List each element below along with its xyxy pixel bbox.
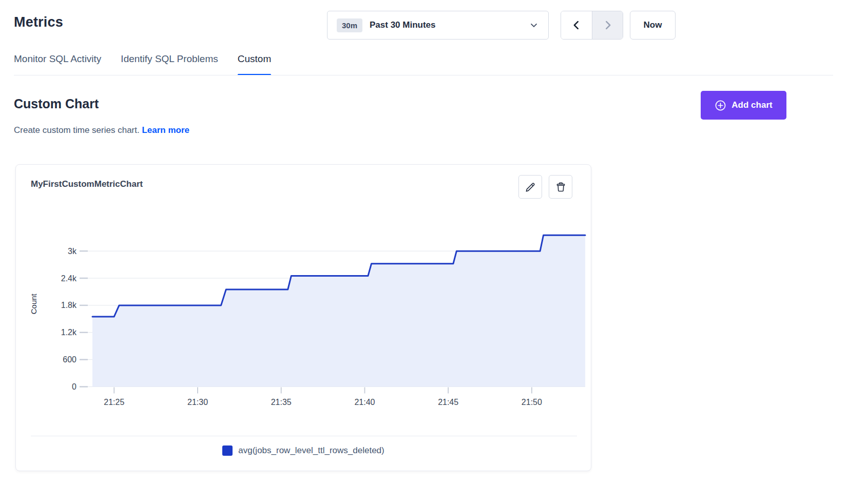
add-chart-button[interactable]: Add chart	[701, 91, 786, 120]
time-nav-group	[561, 11, 623, 40]
section-heading: Custom Chart	[14, 96, 99, 111]
section-description: Create custom time series chart. Learn m…	[14, 125, 189, 135]
chevron-down-icon	[529, 20, 539, 30]
svg-text:0: 0	[72, 382, 76, 391]
chevron-left-icon	[571, 20, 582, 31]
svg-text:Count: Count	[29, 293, 38, 314]
svg-text:3k: 3k	[68, 247, 77, 256]
edit-chart-button[interactable]	[518, 175, 542, 199]
plus-circle-icon	[715, 100, 726, 111]
custom-chart-plot: 06001.2k1.8k2.4k3k21:2521:3021:3521:4021…	[16, 218, 592, 413]
tab-custom[interactable]: Custom	[238, 53, 271, 75]
legend-item[interactable]: avg(jobs_row_level_ttl_rows_deleted)	[16, 445, 591, 456]
description-text: Create custom time series chart.	[14, 125, 140, 135]
tab-identify-sql-problems[interactable]: Identify SQL Problems	[121, 53, 218, 75]
chart-title: MyFirstCustomMetricChart	[31, 179, 143, 189]
previous-range-button[interactable]	[561, 11, 592, 39]
delete-chart-button[interactable]	[549, 175, 572, 199]
time-range-label: Past 30 Minutes	[370, 20, 436, 30]
svg-text:1.2k: 1.2k	[61, 328, 77, 337]
svg-text:21:30: 21:30	[187, 398, 208, 406]
legend-label: avg(jobs_row_level_ttl_rows_deleted)	[238, 445, 384, 456]
svg-text:21:45: 21:45	[438, 398, 458, 406]
svg-text:21:25: 21:25	[104, 398, 124, 406]
pencil-icon	[525, 181, 536, 193]
svg-text:21:35: 21:35	[271, 398, 292, 406]
custom-chart-card: MyFirstCustomMetricChart 06001.2k1.8k2.4…	[15, 164, 591, 471]
page-title: Metrics	[14, 14, 63, 30]
legend-swatch	[222, 445, 233, 456]
svg-text:21:50: 21:50	[522, 398, 542, 406]
time-range-badge: 30m	[337, 18, 362, 32]
card-divider	[31, 436, 577, 436]
tab-bar: Monitor SQL Activity Identify SQL Proble…	[14, 53, 271, 75]
svg-text:600: 600	[63, 355, 76, 364]
trash-icon	[555, 181, 567, 193]
learn-more-link[interactable]: Learn more	[142, 125, 189, 135]
now-button[interactable]: Now	[630, 11, 676, 40]
tabs-divider	[14, 75, 833, 75]
next-range-button[interactable]	[592, 11, 623, 39]
svg-text:2.4k: 2.4k	[61, 274, 77, 283]
chevron-right-icon	[602, 20, 613, 31]
svg-text:1.8k: 1.8k	[61, 301, 77, 309]
time-range-select[interactable]: 30m Past 30 Minutes	[327, 11, 549, 40]
svg-text:21:40: 21:40	[354, 398, 375, 406]
tab-monitor-sql-activity[interactable]: Monitor SQL Activity	[14, 53, 101, 75]
add-chart-label: Add chart	[732, 100, 772, 110]
